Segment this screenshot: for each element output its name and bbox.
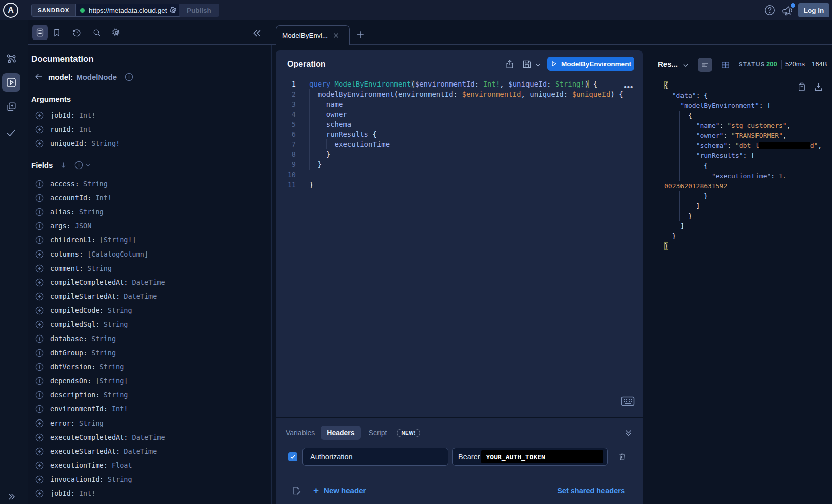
history-icon[interactable] <box>69 25 85 40</box>
bookmarks-icon[interactable] <box>49 25 64 40</box>
header-enabled-checkbox[interactable] <box>288 452 297 461</box>
field-type[interactable]: JSON <box>75 222 92 230</box>
field-type[interactable]: String <box>83 180 108 188</box>
code-line[interactable]: 4 owner <box>276 109 638 119</box>
code-line[interactable]: 2 modelByEnvironment(environmentId: $env… <box>276 89 638 99</box>
add-field-icon[interactable] <box>35 180 44 188</box>
add-field-icon[interactable] <box>35 433 44 442</box>
collapse-io-panel-icon[interactable] <box>624 428 633 437</box>
field-type[interactable]: String <box>108 475 132 483</box>
settings-gear-icon[interactable] <box>109 25 124 40</box>
field-type[interactable]: [String] <box>95 377 128 385</box>
code-line[interactable]: 6 runResults { <box>276 129 638 139</box>
header-name-input[interactable]: Authorization <box>302 448 448 466</box>
field-type[interactable]: DateTime <box>124 447 157 455</box>
field-type[interactable]: DateTime <box>124 292 157 300</box>
save-operation-icon[interactable] <box>522 59 532 69</box>
field-name[interactable]: environmentId: <box>50 405 108 413</box>
field-name[interactable]: dbtVersion: <box>50 363 95 371</box>
field-type[interactable]: String <box>79 419 104 427</box>
add-field-icon[interactable] <box>35 250 44 259</box>
code-line[interactable]: 5 schema <box>276 119 638 129</box>
field-type[interactable]: String <box>79 208 104 216</box>
field-name[interactable]: accountId: <box>50 194 91 202</box>
field-name[interactable]: alias: <box>50 208 75 216</box>
add-field-icon[interactable] <box>35 447 44 456</box>
field-type[interactable]: [CatalogColumn] <box>87 250 148 258</box>
help-icon[interactable] <box>764 4 776 16</box>
endpoint-url-input[interactable]: https://metadata.cloud.getd <box>76 4 185 16</box>
add-all-fields-icon[interactable] <box>74 161 83 170</box>
sandbox-badge[interactable]: SANDBOX <box>32 4 76 16</box>
formatted-view-icon[interactable] <box>698 58 712 72</box>
field-name[interactable]: database: <box>50 334 87 343</box>
schema-graph-icon[interactable] <box>2 50 20 68</box>
checks-icon[interactable] <box>2 124 20 142</box>
field-name[interactable]: compiledCode: <box>50 306 104 314</box>
add-field-icon[interactable] <box>35 489 44 498</box>
share-operation-icon[interactable] <box>505 59 515 69</box>
add-field-icon[interactable] <box>35 264 44 273</box>
run-operation-button[interactable]: ModelByEnvironment <box>547 57 634 71</box>
add-field-icon[interactable] <box>35 391 44 399</box>
collapse-panel-icon[interactable] <box>252 28 263 39</box>
set-shared-headers-link[interactable]: Set shared headers <box>557 487 625 495</box>
add-field-icon[interactable] <box>35 419 44 428</box>
field-type[interactable]: String <box>108 306 132 314</box>
header-value-input[interactable]: Bearer YOUR_AUTH_TOKEN <box>452 448 608 466</box>
sort-fields-icon[interactable] <box>60 161 67 169</box>
new-tab-icon[interactable] <box>355 29 366 40</box>
field-type[interactable]: String <box>104 320 128 328</box>
add-field-icon[interactable] <box>35 208 44 216</box>
field-name[interactable]: executionTime: <box>50 461 108 469</box>
field-type[interactable]: String <box>91 349 116 357</box>
add-field-icon[interactable] <box>35 222 44 230</box>
add-field-icon[interactable] <box>35 334 44 343</box>
save-options-chevron-icon[interactable] <box>535 62 541 68</box>
field-name[interactable]: columns: <box>50 250 83 258</box>
field-type[interactable]: String <box>100 363 124 371</box>
code-line[interactable]: 8 } <box>276 149 638 159</box>
tab-headers[interactable]: Headers <box>321 426 360 440</box>
field-name[interactable]: compiledSql: <box>50 320 100 328</box>
add-field-icon[interactable] <box>35 349 44 357</box>
code-line[interactable]: 1query ModelByEnvironment($environmentId… <box>276 79 638 89</box>
keyboard-shortcuts-icon[interactable] <box>621 396 635 406</box>
endpoint-settings-gear-icon[interactable] <box>169 6 178 15</box>
add-field-icon[interactable] <box>35 292 44 301</box>
field-type[interactable]: Float <box>112 461 132 469</box>
field-type[interactable]: [String!] <box>100 236 136 244</box>
add-field-icon[interactable] <box>35 125 44 134</box>
tab-variables[interactable]: Variables <box>280 426 321 440</box>
field-type[interactable]: String! <box>91 139 120 147</box>
field-name[interactable]: compileCompletedAt: <box>50 278 128 286</box>
documentation-tab-icon[interactable] <box>32 25 48 40</box>
add-type-icon[interactable] <box>125 73 133 81</box>
field-name[interactable]: comment: <box>50 264 83 272</box>
table-view-icon[interactable] <box>719 59 732 71</box>
doc-type-link[interactable]: ModelNode <box>76 73 117 81</box>
field-type[interactable]: String <box>91 334 116 343</box>
field-name[interactable]: jobId: <box>50 489 75 497</box>
field-type[interactable]: Int <box>79 125 91 133</box>
add-fields-chevron-icon[interactable] <box>85 162 91 168</box>
field-name[interactable]: runId: <box>50 125 75 133</box>
field-name[interactable]: description: <box>50 391 100 399</box>
field-name[interactable]: jobId: <box>50 111 75 119</box>
login-button[interactable]: Log in <box>798 3 829 17</box>
field-type[interactable]: Int! <box>79 111 96 119</box>
code-line[interactable]: 10 <box>276 170 638 180</box>
field-type[interactable]: String <box>104 391 128 399</box>
field-name[interactable]: uniqueId: <box>50 139 87 147</box>
field-name[interactable]: access: <box>50 180 79 188</box>
field-type[interactable]: DateTime <box>132 433 165 441</box>
field-type[interactable]: String <box>87 264 112 272</box>
code-line[interactable]: 3 name <box>276 99 638 109</box>
delete-header-icon[interactable] <box>618 452 627 461</box>
apollo-logo-icon[interactable]: A <box>3 3 18 18</box>
code-line[interactable]: 9 } <box>276 159 638 170</box>
field-name[interactable]: error: <box>50 419 75 427</box>
add-field-icon[interactable] <box>35 405 44 413</box>
field-name[interactable]: executeStartedAt: <box>50 447 120 455</box>
add-field-icon[interactable] <box>35 306 44 315</box>
